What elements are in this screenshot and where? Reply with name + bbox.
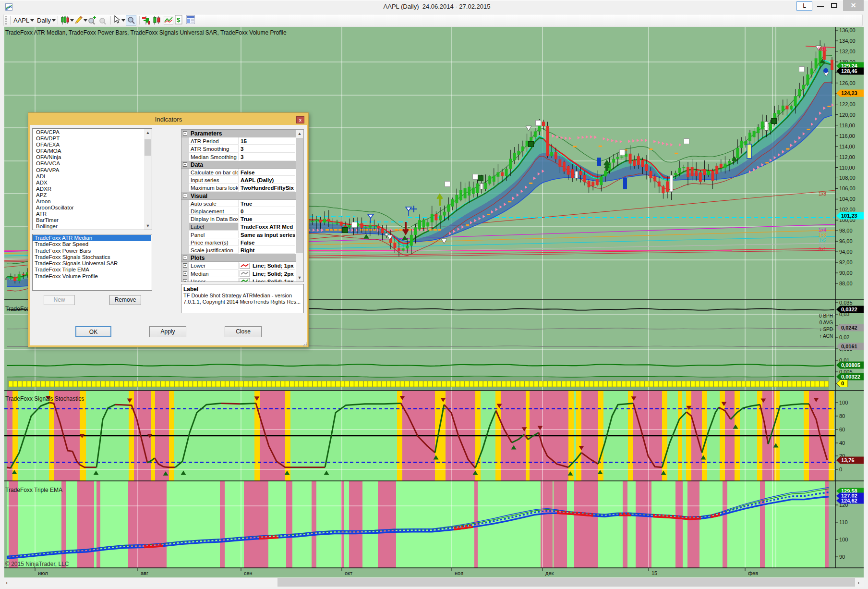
svg-text:94,00: 94,00 <box>839 249 853 255</box>
svg-text:фев: фев <box>748 570 758 576</box>
svg-text:40: 40 <box>839 440 845 446</box>
svg-text:60: 60 <box>839 427 845 432</box>
svg-text:106,00: 106,00 <box>839 185 856 191</box>
svg-text:© 2015 NinjaTrader, LLC: © 2015 NinjaTrader, LLC <box>5 561 69 567</box>
svg-text:114,00: 114,00 <box>839 144 855 149</box>
svg-text:136,00: 136,00 <box>839 27 856 33</box>
svg-text:0 BPH: 0 BPH <box>819 313 833 319</box>
svg-text:0,035: 0,035 <box>839 300 853 306</box>
svg-text:124,62: 124,62 <box>841 498 857 503</box>
svg-text:132,00: 132,00 <box>839 49 856 54</box>
svg-text:118,00: 118,00 <box>839 123 855 128</box>
svg-text:0,0322: 0,0322 <box>841 307 857 312</box>
svg-text:TradeFoxx ATR Median, TradeFox: TradeFoxx ATR Median, TradeFoxx Power Ba… <box>5 29 287 36</box>
svg-text:108,00: 108,00 <box>839 175 856 181</box>
svg-text:1x4: 1x4 <box>819 227 827 233</box>
svg-text:1x3: 1x3 <box>819 233 827 238</box>
svg-text:0,00805: 0,00805 <box>841 362 860 368</box>
svg-text:13,76: 13,76 <box>841 457 855 463</box>
svg-text:134,00: 134,00 <box>839 38 856 44</box>
svg-text:$: $ <box>177 16 181 24</box>
svg-text:122,00: 122,00 <box>839 101 856 107</box>
svg-text:124,23: 124,23 <box>841 90 857 96</box>
svg-text:дек: дек <box>545 570 554 576</box>
svg-text:0: 0 <box>841 380 844 386</box>
svg-text:авг: авг <box>141 570 148 576</box>
svg-text:↓ SPD: ↓ SPD <box>820 327 833 332</box>
svg-text:TradeFoxx Signals Stochastics: TradeFoxx Signals Stochastics <box>5 395 84 402</box>
svg-text:100: 100 <box>839 400 848 405</box>
svg-text:0 AVG: 0 AVG <box>820 320 833 325</box>
svg-text:0: 0 <box>839 466 842 472</box>
svg-text:110,00: 110,00 <box>839 165 855 171</box>
svg-text:↑ ACN: ↑ ACN <box>820 333 833 339</box>
svg-text:80: 80 <box>839 413 845 419</box>
svg-text:90,00: 90,00 <box>839 270 853 276</box>
svg-text:92,00: 92,00 <box>839 259 853 265</box>
svg-text:100: 100 <box>839 537 848 542</box>
svg-text:104,00: 104,00 <box>839 196 856 202</box>
svg-text:8x1: 8x1 <box>819 247 827 252</box>
svg-text:1x8: 1x8 <box>819 191 827 196</box>
svg-text:15: 15 <box>651 570 657 576</box>
svg-text:0,0242: 0,0242 <box>841 325 857 331</box>
svg-text:116,00: 116,00 <box>839 133 855 139</box>
svg-text:ноя: ноя <box>455 570 463 576</box>
svg-text:июл: июл <box>38 570 48 576</box>
svg-text:90: 90 <box>839 554 845 560</box>
svg-text:0,00322: 0,00322 <box>841 374 860 380</box>
svg-text:TradeFoxx Triple EMA: TradeFoxx Triple EMA <box>5 487 62 493</box>
svg-text:126,00: 126,00 <box>839 80 856 86</box>
svg-text:8x1: 8x1 <box>820 47 828 52</box>
svg-text:96,00: 96,00 <box>839 238 853 244</box>
svg-text:98,00: 98,00 <box>839 228 853 233</box>
svg-text:128,46: 128,46 <box>841 68 857 74</box>
svg-text:110: 110 <box>839 519 848 525</box>
svg-text:112,00: 112,00 <box>839 154 855 160</box>
svg-text:сен: сен <box>244 570 253 576</box>
svg-text:окт: окт <box>345 570 352 576</box>
svg-text:101,23: 101,23 <box>841 213 857 219</box>
svg-text:102,00: 102,00 <box>839 207 856 212</box>
svg-text:120,00: 120,00 <box>839 112 856 118</box>
svg-text:88,00: 88,00 <box>839 281 853 286</box>
svg-text:0,0161: 0,0161 <box>841 344 857 349</box>
svg-text:0,02: 0,02 <box>839 334 849 340</box>
